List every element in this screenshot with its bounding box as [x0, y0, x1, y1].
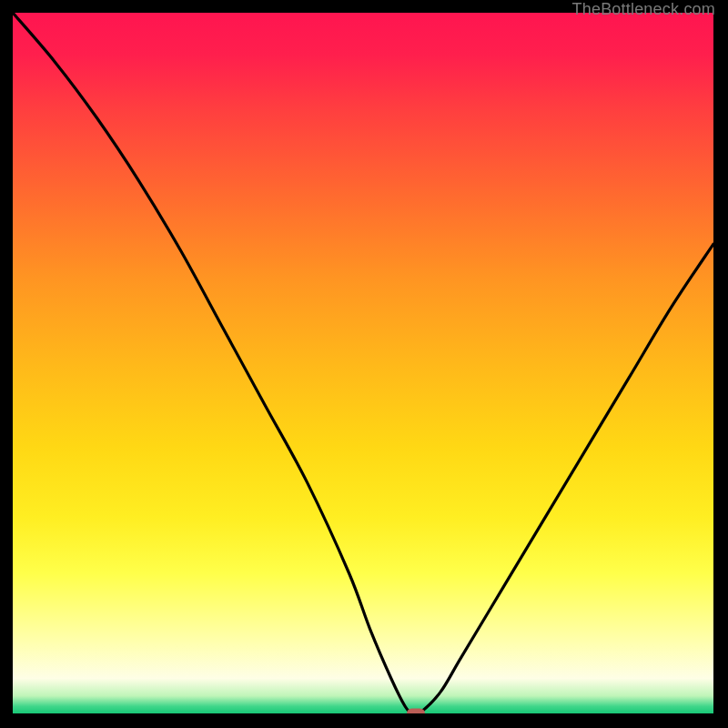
bottleneck-curve: [13, 13, 713, 713]
chart-frame: TheBottleneck.com: [0, 0, 728, 728]
watermark-text: TheBottleneck.com: [572, 0, 715, 19]
plot-area: [13, 13, 713, 713]
optimal-point-marker: [407, 709, 425, 714]
